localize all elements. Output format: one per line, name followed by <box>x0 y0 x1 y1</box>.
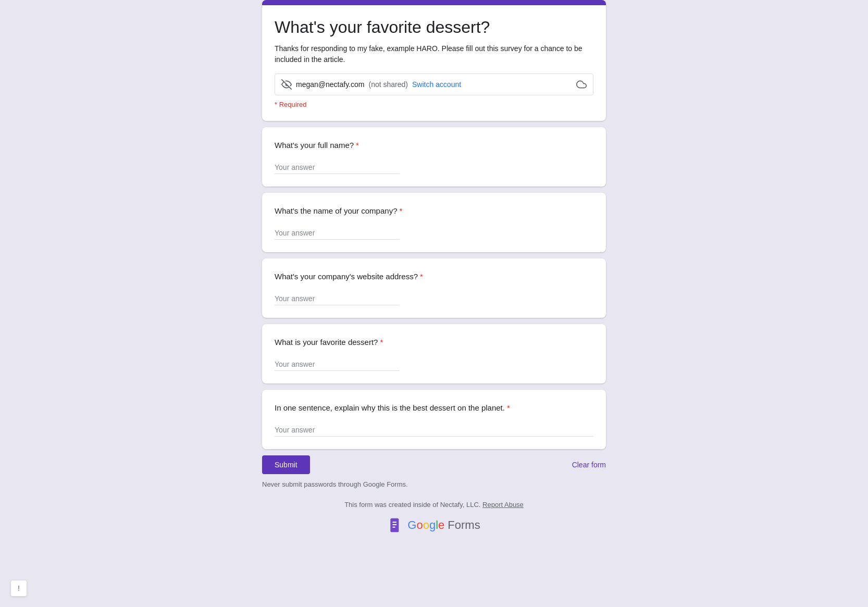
feedback-button[interactable]: ! <box>10 580 27 597</box>
google-logo-text: Google <box>407 518 444 532</box>
form-header-card: What's your favorite dessert? Thanks for… <box>262 0 606 121</box>
question-card-1: What's your full name?* <box>262 127 606 187</box>
required-label: * Required <box>275 101 593 108</box>
question-label-4: What is your favorite dessert?* <box>275 337 593 348</box>
account-not-shared: (not shared) <box>368 80 407 89</box>
form-created-text: This form was created inside of Nectafy,… <box>262 501 606 509</box>
question-label-1: What's your full name?* <box>275 140 593 151</box>
form-footer: This form was created inside of Nectafy,… <box>262 501 606 534</box>
question-card-5: In one sentence, explain why this is the… <box>262 390 606 449</box>
svg-rect-3 <box>393 527 395 528</box>
required-star-5: * <box>507 403 510 412</box>
report-abuse-link[interactable]: Report Abuse <box>482 501 524 509</box>
form-actions: Submit Clear form <box>262 455 606 474</box>
form-title: What's your favorite dessert? <box>275 18 593 37</box>
feedback-icon: ! <box>18 584 20 592</box>
answer-input-2[interactable] <box>275 227 400 240</box>
answer-input-3[interactable] <box>275 292 400 305</box>
google-forms-logo: Google Forms <box>262 517 606 534</box>
switch-account-link[interactable]: Switch account <box>412 80 461 89</box>
form-description: Thanks for responding to my fake, exampl… <box>275 43 593 65</box>
forms-logo-text: Forms <box>448 518 480 532</box>
clear-form-link[interactable]: Clear form <box>572 461 606 469</box>
required-star-4: * <box>380 338 383 346</box>
account-row: megan@nectafy.com (not shared) Switch ac… <box>275 73 593 95</box>
question-card-3: What's your company's website address?* <box>262 258 606 318</box>
required-star-2: * <box>399 206 402 215</box>
required-star-1: * <box>356 141 359 150</box>
svg-rect-2 <box>393 524 397 525</box>
question-label-2: What's the name of your company?* <box>275 205 593 216</box>
answer-input-4[interactable] <box>275 358 400 371</box>
eye-slash-icon <box>281 79 292 90</box>
svg-rect-1 <box>393 522 397 523</box>
google-forms-logo-icon <box>388 517 404 534</box>
question-label-3: What's your company's website address?* <box>275 271 593 282</box>
cloud-icon <box>576 79 587 90</box>
form-container: What's your favorite dessert? Thanks for… <box>262 0 606 534</box>
never-submit-text: Never submit passwords through Google Fo… <box>262 480 606 488</box>
answer-input-1[interactable] <box>275 161 400 174</box>
answer-input-5[interactable] <box>275 424 593 437</box>
question-card-2: What's the name of your company?* <box>262 193 606 252</box>
account-info: megan@nectafy.com (not shared) Switch ac… <box>281 79 461 90</box>
question-card-4: What is your favorite dessert?* <box>262 324 606 383</box>
submit-button[interactable]: Submit <box>262 455 310 474</box>
account-email: megan@nectafy.com <box>296 80 364 89</box>
required-star-3: * <box>420 272 423 281</box>
question-label-5: In one sentence, explain why this is the… <box>275 402 593 413</box>
